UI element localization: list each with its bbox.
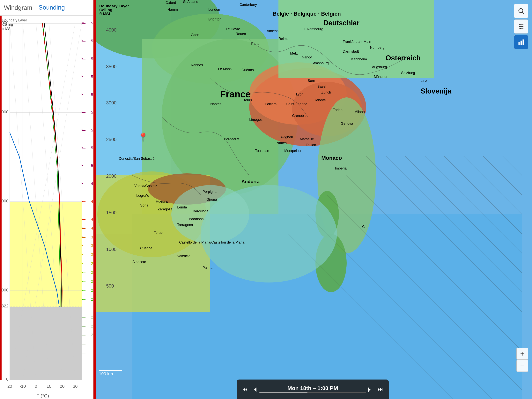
svg-marker-71: [82, 218, 83, 219]
svg-line-229: [522, 12, 524, 14]
svg-rect-238: [523, 39, 524, 45]
boundary-label: Boundary Layer: [2, 18, 27, 22]
svg-text:Donostia/San Sebastián: Donostia/San Sebastián: [119, 157, 156, 161]
svg-text:ft MSL: ft MSL: [99, 12, 111, 16]
svg-text:Grenoble: Grenoble: [292, 114, 306, 118]
sounding-chart: 4000 3000 2000 1000 822 0 20 -10 0 10 20…: [0, 16, 93, 399]
svg-text:Tarragona: Tarragona: [177, 223, 193, 227]
svg-text:Oxford: Oxford: [165, 1, 176, 5]
tab-windgram[interactable]: Windgram: [3, 3, 33, 13]
timeline-progress[interactable]: [259, 392, 366, 393]
chart-svg: 4000 3000 2000 1000 822 0 20 -10 0 10 20…: [0, 16, 93, 399]
skip-fwd-button[interactable]: ⏭: [377, 385, 384, 393]
zoom-in-button[interactable]: +: [516, 348, 528, 360]
svg-text:London: London: [208, 8, 220, 12]
svg-text:17: 17: [91, 351, 93, 355]
svg-text:Imperia: Imperia: [335, 166, 347, 170]
map-panel: Oxford St.Albans London Canterbury Brigh…: [94, 0, 532, 399]
svg-text:Vitoria/Gasteiz: Vitoria/Gasteiz: [134, 184, 157, 188]
svg-text:31: 31: [91, 252, 93, 257]
svg-text:Huesca: Huesca: [156, 200, 168, 203]
svg-text:Andorra: Andorra: [241, 179, 260, 184]
timeline-bar: ⏮ ⏴ Mon 18th – 1:00 PM ⏵ ⏭: [237, 380, 389, 399]
svg-text:54: 54: [91, 146, 93, 150]
zoom-out-button[interactable]: −: [516, 360, 528, 372]
scale-label: 100 km: [99, 371, 113, 376]
svg-text:Marseille: Marseille: [300, 137, 314, 141]
svg-text:52: 52: [91, 163, 93, 168]
svg-text:2500: 2500: [106, 137, 116, 142]
svg-text:Paris: Paris: [251, 42, 259, 45]
svg-text:Nîmes: Nîmes: [277, 141, 287, 145]
svg-text:Monaco: Monaco: [321, 155, 342, 161]
map-svg: Oxford St.Albans London Canterbury Brigh…: [94, 0, 532, 399]
svg-text:Strasbourg: Strasbourg: [311, 61, 329, 65]
sounding-panel: Windgram Sounding: [0, 0, 94, 399]
wind-barbs: 55 54 53 54: [82, 21, 93, 355]
svg-marker-89: [82, 271, 83, 273]
svg-text:55: 55: [91, 128, 93, 132]
svg-text:Limoges: Limoges: [249, 118, 262, 122]
svg-text:Genova: Genova: [341, 122, 353, 125]
svg-text:Bern: Bern: [308, 79, 315, 83]
svg-marker-41: [82, 39, 83, 41]
svg-marker-56: [82, 129, 83, 130]
svg-text:19: 19: [91, 342, 93, 346]
svg-text:20: 20: [60, 384, 64, 389]
svg-text:Saint-Étienne: Saint-Étienne: [286, 102, 307, 106]
svg-text:Hamm: Hamm: [167, 8, 178, 12]
svg-text:Avignon: Avignon: [280, 135, 293, 139]
svg-text:Genève: Genève: [314, 98, 326, 102]
svg-text:Ci: Ci: [362, 225, 366, 229]
svg-text:Montpellier: Montpellier: [284, 149, 301, 153]
svg-point-228: [519, 9, 523, 13]
svg-text:Darmstadt: Darmstadt: [343, 50, 359, 53]
svg-text:Basel: Basel: [317, 84, 326, 89]
svg-text:Ceiling: Ceiling: [99, 8, 112, 12]
prev-button[interactable]: ⏴: [252, 385, 259, 393]
svg-text:35: 35: [91, 244, 93, 248]
svg-text:Palma: Palma: [203, 266, 213, 270]
svg-text:54: 54: [91, 39, 93, 43]
svg-marker-74: [82, 227, 83, 229]
svg-text:54: 54: [91, 93, 93, 97]
msl-label: ft MSL: [2, 27, 13, 31]
svg-text:Le Havre: Le Havre: [226, 27, 240, 31]
skip-back-button[interactable]: ⏮: [241, 385, 249, 393]
map-toolbar: [514, 4, 528, 49]
svg-text:4000: 4000: [106, 27, 116, 32]
svg-text:0: 0: [35, 384, 37, 389]
svg-text:Nürnberg: Nürnberg: [370, 45, 385, 50]
svg-text:Rennes: Rennes: [191, 63, 203, 67]
timeline-label: Mon 18th – 1:00 PM: [285, 385, 340, 391]
ceiling-label: Ceiling: [2, 23, 13, 26]
svg-point-235: [520, 28, 521, 29]
svg-marker-95: [82, 289, 83, 291]
next-button[interactable]: ⏵: [366, 385, 374, 393]
svg-text:Caen: Caen: [191, 33, 199, 37]
timeline-center: Mon 18th – 1:00 PM: [259, 385, 366, 393]
svg-text:Logroño: Logroño: [136, 194, 149, 198]
svg-text:0: 0: [6, 377, 9, 382]
svg-text:55: 55: [91, 21, 93, 25]
svg-rect-236: [519, 42, 520, 45]
tab-sounding[interactable]: Sounding: [38, 2, 66, 13]
svg-text:Cuenca: Cuenca: [140, 246, 152, 250]
chart-button[interactable]: [514, 35, 528, 49]
svg-marker-77: [82, 236, 83, 238]
svg-text:Castelló de la Plana/Castellón: Castelló de la Plana/Castellón de la Pla…: [179, 240, 245, 244]
svg-text:Belgïe · Belgique · Belgien: Belgïe · Belgique · Belgien: [273, 11, 341, 17]
timeline-controls: ⏮ ⏴: [241, 385, 259, 393]
svg-text:France: France: [220, 89, 251, 99]
scale-bar: [99, 370, 122, 371]
search-button[interactable]: [514, 4, 528, 18]
svg-text:22: 22: [91, 297, 93, 301]
svg-text:42: 42: [91, 226, 93, 230]
svg-text:3500: 3500: [106, 64, 116, 69]
settings-button[interactable]: [514, 19, 528, 33]
svg-text:1000: 1000: [106, 247, 116, 252]
svg-marker-44: [82, 57, 83, 59]
svg-text:St.Albans: St.Albans: [183, 0, 198, 4]
thermal-layer: [10, 202, 82, 307]
svg-text:47: 47: [91, 199, 93, 203]
